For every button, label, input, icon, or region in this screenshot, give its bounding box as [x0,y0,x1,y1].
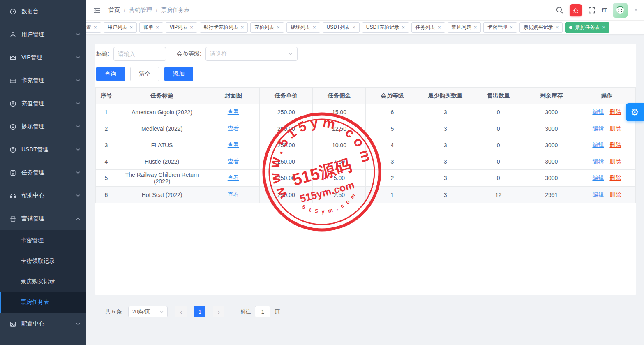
sidebar-item-withdraw[interactable]: 提现管理 [0,115,86,138]
delete-link[interactable]: 删除 [609,174,621,181]
close-icon[interactable]: × [241,25,244,30]
page-content: 标题: 会员等级: 请选择 查询 清空 添加 [86,35,644,345]
sidebar-item-label: 营销管理 [21,215,76,222]
sidebar-item-config[interactable]: 配置中心 [0,313,86,336]
close-icon[interactable]: × [156,25,159,30]
sidebar-item-label: 提现管理 [21,123,76,130]
col-header: 任务标题 [117,88,207,104]
close-icon[interactable]: × [313,25,316,30]
chevron-down-icon [159,310,164,314]
sidebar-subitem-card-keys[interactable]: 卡密管理 [0,230,86,251]
close-icon[interactable]: × [474,25,477,30]
add-button[interactable]: 添加 [164,67,193,81]
sidebar-subitem-boxoffice-tasks[interactable]: 票房任务表 [0,292,86,313]
close-icon[interactable]: × [510,25,513,30]
view-cover-link[interactable]: 查看 [228,174,239,181]
sidebar-item-help[interactable]: 帮助中心 [0,184,86,207]
tab-service-config[interactable]: 客服配置× [86,22,101,33]
sidebar-item-card-recharge[interactable]: 卡充管理 [0,69,86,92]
view-cover-link[interactable]: 查看 [228,109,239,115]
sidebar-item-tasks[interactable]: 任务管理 [0,161,86,184]
avatar[interactable] [613,3,628,18]
edit-link[interactable]: 编辑 [592,125,604,132]
title-filter-input[interactable] [113,47,166,61]
usdt-icon [9,146,16,153]
breadcrumb-home[interactable]: 首页 [108,7,120,14]
sidebar-subitem-card-key-records[interactable]: 卡密领取记录 [0,251,86,271]
page-number-button[interactable]: 1 [194,306,205,317]
fullscreen-icon[interactable] [588,7,596,14]
next-page-button[interactable]: › [213,306,224,317]
view-cover-link[interactable]: 查看 [228,158,239,164]
tab-faq[interactable]: 常见问题× [448,22,481,33]
level-filter-select[interactable]: 请选择 [205,47,298,61]
tab-task-list[interactable]: 任务列表× [411,22,445,33]
view-cover-link[interactable]: 查看 [228,191,239,198]
close-icon[interactable]: × [556,25,559,30]
close-icon[interactable]: × [352,25,355,30]
tab-bankcard-recharge-list[interactable]: 银行卡充值列表× [200,22,248,33]
tab-usdt-list[interactable]: USDT列表× [323,22,360,33]
font-size-icon[interactable]: tT [602,7,607,14]
page-size-select[interactable]: 20条/页 [128,306,168,317]
breadcrumb-section[interactable]: 营销管理 [129,7,152,14]
app-root: 数据台 用户管理 VIP管理 卡充管理 [0,0,644,345]
sidebar-item-partial[interactable] [0,336,86,345]
delete-link[interactable]: 删除 [609,191,621,198]
edit-link[interactable]: 编辑 [592,141,604,148]
close-icon[interactable]: × [277,25,280,30]
close-icon[interactable]: × [130,25,133,30]
view-cover-link[interactable]: 查看 [228,125,239,132]
breadcrumb-separator: / [156,7,157,14]
tab-recharge-list[interactable]: 充值列表× [250,22,284,33]
delete-link[interactable]: 删除 [609,158,621,164]
active-tab-dot [569,26,572,29]
edit-link[interactable]: 编辑 [592,191,604,198]
view-cover-link[interactable]: 查看 [228,141,239,148]
delete-link[interactable]: 删除 [609,109,621,115]
tab-withdraw-list[interactable]: 提现列表× [286,22,320,33]
tab-card-keys[interactable]: 卡密管理× [483,22,517,33]
tab-boxoffice-tasks[interactable]: 票房任务表× [565,22,609,33]
tab-bills[interactable]: 账单× [139,22,163,33]
open-tabs-bar: 客服配置× 用户列表× 账单× VIP列表× 银行卡充值列表× 充值列表× 提现… [86,21,644,35]
sidebar-item-dashboard[interactable]: 数据台 [0,0,86,23]
tab-vip-list[interactable]: VIP列表× [166,22,197,33]
edit-link[interactable]: 编辑 [592,174,604,181]
close-icon[interactable]: × [602,25,605,30]
settings-gear-button[interactable]: ⚙ [626,103,644,121]
close-icon[interactable]: × [190,25,193,30]
sidebar-item-label: 任务管理 [21,169,76,176]
sidebar-item-vip[interactable]: VIP管理 [0,46,86,69]
sidebar-item-label: 卡充管理 [21,77,76,84]
chevron-down-icon[interactable] [634,8,638,12]
delete-link[interactable]: 删除 [609,141,621,148]
tab-user-list[interactable]: 用户列表× [104,22,137,33]
collapse-sidebar-icon[interactable] [93,6,101,14]
sidebar-subitem-boxoffice-purchases[interactable]: 票房购买记录 [0,271,86,292]
edit-link[interactable]: 编辑 [592,158,604,164]
goto-page-input[interactable] [255,306,270,317]
search-button[interactable]: 查询 [96,67,125,81]
close-icon[interactable]: × [402,25,405,30]
breadcrumb-current: 票房任务表 [161,7,190,14]
sub-item-label: 票房购买记录 [21,278,55,285]
col-header: 售出数量 [472,88,525,104]
total-count: 共 6 条 [105,308,122,315]
search-icon[interactable] [556,6,563,14]
delete-link[interactable]: 删除 [609,125,621,132]
col-header: 会员等级 [366,88,419,104]
prev-page-button[interactable]: ‹ [175,306,187,317]
sidebar-item-label: VIP管理 [21,54,76,61]
tab-usdt-recharge-records[interactable]: USDT充值记录× [362,22,409,33]
clear-button[interactable]: 清空 [130,67,159,81]
tab-boxoffice-purchases[interactable]: 票房购买记录× [519,22,563,33]
sidebar-item-users[interactable]: 用户管理 [0,23,86,46]
bug-report-button[interactable] [570,4,582,16]
close-icon[interactable]: × [438,25,441,30]
sidebar-item-marketing[interactable]: 营销管理 [0,207,86,230]
sidebar-item-usdt[interactable]: USDT管理 [0,138,86,161]
sidebar-item-recharge[interactable]: 充值管理 [0,92,86,115]
close-icon[interactable]: × [94,25,97,30]
edit-link[interactable]: 编辑 [592,109,604,115]
